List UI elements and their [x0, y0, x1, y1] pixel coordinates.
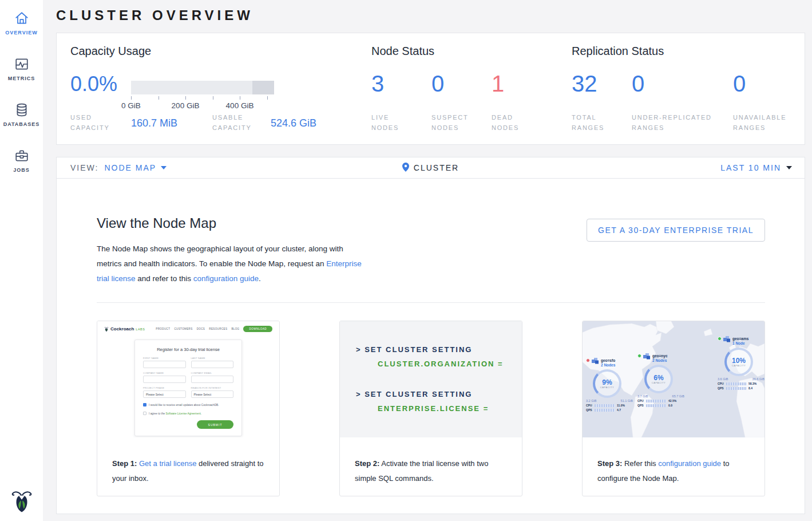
- dead-nodes-label: DEADNODES: [492, 112, 519, 133]
- suspect-nodes-value: 0: [431, 72, 444, 95]
- metrics-icon: [14, 57, 30, 72]
- capacity-percent: 0.0%: [70, 74, 117, 94]
- reason-for-interest-select[interactable]: Please Select: [191, 390, 234, 398]
- site-nav-product[interactable]: PRODUCT: [156, 327, 170, 330]
- sidebar-item-databases[interactable]: DATABASES: [0, 92, 43, 137]
- panel-heading: View the Node Map: [97, 215, 216, 231]
- chevron-down-icon: [786, 166, 792, 169]
- sql-argument: CLUSTER.ORGANIZATION =: [378, 360, 504, 368]
- first-name-field[interactable]: [143, 361, 186, 368]
- status-dot-live: [637, 354, 641, 358]
- step3-card: geo=sfo2 Nodes 9% CAPACITY 3.2 GiB51.1 G…: [582, 321, 765, 496]
- divider: [97, 302, 765, 303]
- nodes-cube-icon: [592, 358, 599, 364]
- nodes-cube-icon: [643, 353, 651, 360]
- license-agreement-checkbox[interactable]: [143, 412, 146, 415]
- capacity-usage-title: Capacity Usage: [70, 45, 151, 58]
- home-icon: [14, 11, 30, 26]
- cluster-overview-page: OVERVIEW METRICS DATABASES JOBS: [0, 0, 812, 521]
- dead-nodes-value: 1: [492, 72, 504, 95]
- site-nav-resources[interactable]: RESOURCES: [209, 327, 227, 330]
- usable-capacity-value: 524.6 GiB: [271, 117, 316, 129]
- site-nav-blog[interactable]: BLOG: [231, 327, 239, 330]
- total-ranges-value: 32: [572, 72, 597, 95]
- step2-caption: Step 2: Activate the trial license with …: [340, 437, 522, 486]
- download-button[interactable]: DOWNLOAD: [243, 326, 272, 332]
- capacity-gauge: 10% CAPACITY: [724, 348, 753, 376]
- get-trial-license-link[interactable]: Get a trial license: [139, 459, 196, 468]
- live-nodes-label: LIVENODES: [371, 112, 399, 133]
- view-bar: VIEW: NODE MAP CLUSTER LAST 10 MIN: [56, 157, 805, 179]
- configuration-guide-link[interactable]: configuration guide: [658, 459, 721, 468]
- breadcrumb-cluster: CLUSTER: [414, 163, 459, 172]
- software-license-agreement-link[interactable]: Software License Agreement.: [166, 412, 202, 415]
- node-map-preview-image: geo=sfo2 Nodes 9% CAPACITY 3.2 GiB51.1 G…: [583, 321, 765, 437]
- total-ranges-label: TOTALRANGES: [572, 112, 604, 133]
- sql-argument: ENTERPRISE.LICENSE =: [378, 404, 489, 413]
- steps-row: Cockroach LABS PRODUCT CUSTOMERS DOCS RE…: [97, 321, 765, 496]
- locality-gauge-ams: geo=ams1 Node 10% CAPACITY 3.6 GiB36.6 G…: [718, 336, 765, 390]
- sidebar-item-label: OVERVIEW: [5, 30, 37, 35]
- jobs-icon: [14, 148, 30, 163]
- step2-card: > SET CLUSTER SETTING CLUSTER.ORGANIZATI…: [339, 321, 522, 496]
- axis-tick-label: 400 GiB: [223, 101, 257, 110]
- trial-registration-form: Register for a 30-day trial license FIRS…: [134, 340, 242, 436]
- sidebar-item-label: DATABASES: [3, 121, 40, 127]
- usable-capacity-label: USABLECAPACITY: [212, 112, 252, 133]
- used-capacity-label: USEDCAPACITY: [70, 112, 110, 133]
- replication-status-title: Replication Status: [572, 45, 664, 58]
- sql-command: > SET CLUSTER SETTING: [356, 345, 472, 354]
- capacity-bar: [131, 81, 274, 94]
- cockroach-labs-wordmark: Cockroach LABS: [104, 326, 145, 332]
- sidebar-item-overview[interactable]: OVERVIEW: [0, 0, 43, 46]
- last-name-field[interactable]: [191, 361, 234, 368]
- site-nav-docs[interactable]: DOCS: [197, 327, 205, 330]
- sidebar-item-jobs[interactable]: JOBS: [0, 137, 43, 183]
- under-replicated-ranges-label: UNDER-REPLICATEDRANGES: [632, 112, 712, 133]
- view-label: VIEW:: [70, 163, 98, 172]
- unavailable-ranges-label: UNAVAILABLERANGES: [733, 112, 786, 133]
- page-title: CLUSTER OVERVIEW: [56, 7, 253, 23]
- sidebar-item-metrics[interactable]: METRICS: [0, 46, 43, 92]
- cluster-summary-card: Capacity Usage 0.0% 0 GiB 200 GiB 400 Gi…: [56, 33, 805, 145]
- step1-card: Cockroach LABS PRODUCT CUSTOMERS DOCS RE…: [97, 321, 280, 496]
- trial-license-website-screenshot: Cockroach LABS PRODUCT CUSTOMERS DOCS RE…: [97, 321, 279, 437]
- nodes-cube-icon: [723, 336, 731, 342]
- sql-commands-preview: > SET CLUSTER SETTING CLUSTER.ORGANIZATI…: [340, 321, 522, 437]
- form-title: Register for a 30-day trial license: [143, 347, 233, 352]
- status-dot-dead: [586, 358, 590, 362]
- under-replicated-ranges-value: 0: [632, 72, 644, 95]
- submit-button[interactable]: SUBMIT: [197, 420, 233, 429]
- company-name-field[interactable]: [143, 376, 186, 383]
- qps-sparkline: [646, 404, 667, 407]
- sidebar-item-label: JOBS: [13, 167, 30, 173]
- locality-gauge-nyc: geo=nyc2 Nodes 6% CAPACITY 3.7 GiB65.7 G…: [637, 353, 692, 407]
- time-range-selector[interactable]: LAST 10 MIN: [720, 163, 805, 172]
- site-nav-customers[interactable]: CUSTOMERS: [174, 327, 192, 330]
- locality-gauge-sfo: geo=sfo2 Nodes 9% CAPACITY 3.2 GiB51.1 G…: [586, 358, 641, 412]
- cpu-sparkline: [595, 404, 615, 407]
- cockroach-labs-logo-icon: [0, 489, 43, 513]
- view-selector[interactable]: NODE MAP: [104, 163, 167, 172]
- configuration-guide-link[interactable]: configuration guide: [193, 274, 259, 283]
- step3-caption: Step 3: Refer this configuration guide t…: [583, 437, 765, 486]
- cpu-sparkline: [726, 382, 747, 385]
- project-phase-select[interactable]: Please Select: [143, 390, 186, 398]
- panel-description: The Node Map shows the geographical layo…: [97, 242, 363, 286]
- databases-icon: [14, 102, 30, 117]
- capacity-gauge: 9% CAPACITY: [593, 369, 621, 398]
- node-map-panel: View the Node Map The Node Map shows the…: [56, 179, 805, 514]
- live-nodes-value: 3: [371, 72, 384, 95]
- node-status-title: Node Status: [371, 45, 434, 58]
- sql-command: > SET CLUSTER SETTING: [356, 390, 472, 398]
- qps-sparkline: [595, 409, 615, 412]
- chevron-down-icon: [161, 166, 167, 169]
- step1-caption: Step 1: Get a trial license delivered st…: [97, 437, 279, 486]
- sidebar-item-label: METRICS: [8, 76, 35, 81]
- enterprise-trial-button[interactable]: GET A 30-DAY ENTERPRISE TRIAL: [587, 219, 765, 242]
- capacity-gauge: 6% CAPACITY: [644, 365, 673, 393]
- used-capacity-value: 160.7 MiB: [131, 117, 177, 129]
- company-email-field[interactable]: [191, 376, 234, 383]
- qps-sparkline: [726, 387, 747, 390]
- email-updates-checkbox[interactable]: [143, 403, 146, 406]
